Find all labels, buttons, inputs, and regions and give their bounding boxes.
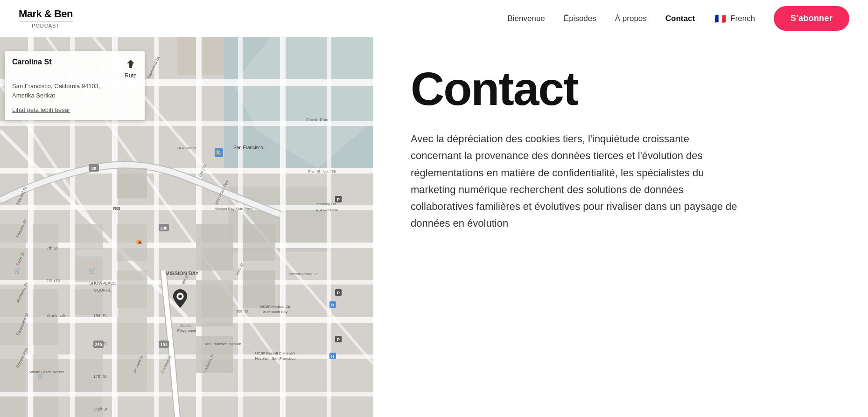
language-selector[interactable]: 🇫🇷 French [714,12,755,25]
language-label: French [730,14,755,23]
svg-rect-30 [75,224,103,250]
text-section: Contact Avec la dépréciation des cookies… [373,37,868,417]
map-larger-link[interactable]: Lihat peta lebih besar [12,106,70,113]
svg-rect-17 [154,37,159,417]
header: Mark & Ben Podcast Bienvenue Épisodes À … [0,0,868,37]
svg-rect-48 [243,271,275,308]
svg-text:Utah St: Utah St [93,407,108,411]
svg-rect-47 [243,224,275,261]
svg-text:Wholesale: Wholesale [47,313,66,318]
svg-text:MISSION BAY: MISSION BAY [165,271,199,276]
svg-text:San Francisco...: San Francisco... [233,145,267,150]
logo-title: Mark & Ben [19,8,73,20]
svg-text:Playground: Playground [177,328,196,333]
main-content: MISSION BAY SHOWPLACE SQUARE Mission Bay… [0,37,868,417]
svg-text:17th St: 17th St [93,374,107,379]
svg-rect-33 [117,224,147,261]
map-marker [173,289,188,310]
svg-text:P: P [337,291,340,295]
svg-text:Parking Lot: Parking Lot [317,202,336,206]
svg-text:UCSF Medical Ctr: UCSF Medical Ctr [260,305,291,309]
route-icon [124,58,137,71]
svg-text:Hospital - San Francisco: Hospital - San Francisco [255,356,296,361]
map-tooltip-address: San Francisco, California 94103, Amerika… [12,82,137,100]
svg-text:Mission Bay Kids' Park: Mission Bay Kids' Park [214,207,252,211]
svg-text:Jackson: Jackson [180,323,193,327]
svg-rect-21 [327,37,331,417]
svg-text:H: H [331,354,335,359]
contact-title: Contact [411,65,831,112]
flag-icon: 🇫🇷 [714,12,727,25]
svg-rect-27 [33,224,58,280]
svg-text:SHOWPLACE: SHOWPLACE [89,281,116,285]
svg-point-120 [178,294,182,298]
svg-text:Oracle Park: Oracle Park [306,118,329,122]
svg-text:🛒: 🛒 [14,267,21,274]
svg-rect-118 [129,66,132,68]
svg-text:15th St: 15th St [93,313,107,318]
svg-text:SQUARE: SQUARE [94,288,112,292]
svg-rect-45 [196,280,233,327]
map-tooltip: Carolina St Rute San Francisco, Californ… [5,51,145,120]
logo: Mark & Ben Podcast [19,8,73,28]
map-route-label: Rute [125,72,136,79]
subscribe-button[interactable]: S'abonner [774,6,849,31]
nav-bienvenue[interactable]: Bienvenue [507,14,545,23]
main-nav: Bienvenue Épisodes À propos Contact 🇫🇷 F… [507,6,849,31]
svg-text:16th St: 16th St [236,309,248,313]
svg-text:at Mission Bay: at Mission Bay [263,310,287,314]
svg-text:🛒: 🛒 [89,267,96,274]
svg-text:UCSF Benioff Children's: UCSF Benioff Children's [255,351,295,355]
svg-text:280: 280 [95,342,102,347]
svg-rect-44 [196,224,233,271]
svg-text:Nelson Rising Ln: Nelson Rising Ln [289,272,317,276]
svg-text:🚉: 🚉 [216,149,222,155]
logo-subtitle: Podcast [19,21,73,28]
svg-text:P: P [337,197,340,202]
svg-text:A, AT&T Park: A, AT&T Park [315,208,338,212]
svg-text:Whole Foods Market: Whole Foods Market [29,370,64,374]
svg-text:H: H [331,303,335,307]
svg-text:San Francisco Mission...: San Francisco Mission... [203,342,244,346]
svg-text:Pier 48 - Lot #39: Pier 48 - Lot #39 [308,169,336,174]
svg-rect-35 [117,317,147,354]
svg-rect-39 [75,354,103,392]
svg-text:🛒: 🛒 [37,372,44,379]
map-tooltip-header: Carolina St Rute [12,58,137,79]
svg-rect-19 [238,37,243,417]
nav-apropos[interactable]: À propos [615,14,647,23]
nav-contact[interactable]: Contact [665,14,695,23]
svg-rect-46 [196,336,233,373]
svg-text:Bluxome St: Bluxome St [177,146,197,150]
svg-text:280: 280 [160,226,167,230]
svg-rect-34 [117,271,147,308]
svg-text:10th St: 10th St [47,278,60,283]
map-route-button[interactable]: Rute [124,58,137,79]
svg-rect-41 [33,396,58,417]
svg-rect-13 [0,392,373,396]
svg-rect-32 [75,289,103,315]
map-tooltip-title: Carolina St [12,58,51,66]
svg-text:101: 101 [160,342,167,347]
nav-episodes[interactable]: Épisodes [564,14,596,23]
map-section: MISSION BAY SHOWPLACE SQUARE Mission Bay… [0,37,373,417]
svg-text:REI: REI [113,206,120,211]
svg-text:⛺: ⛺ [135,237,142,244]
svg-rect-43 [117,168,147,198]
svg-rect-40 [0,396,26,417]
svg-text:7th St: 7th St [47,246,58,250]
contact-description: Avec la dépréciation des cookies tiers, … [411,131,737,232]
svg-text:P: P [337,337,340,342]
svg-text:80: 80 [91,166,96,171]
